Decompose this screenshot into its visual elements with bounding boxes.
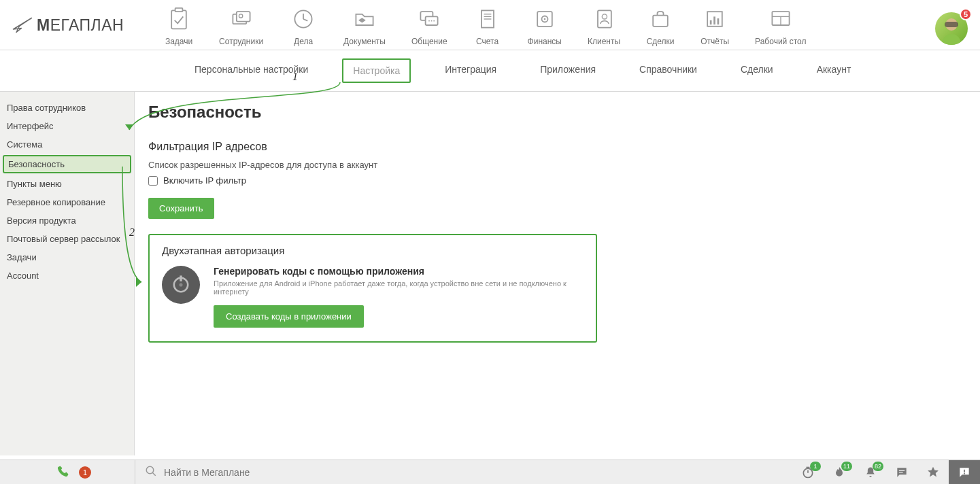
bell-badge: 82 — [873, 462, 883, 471]
ip-filter-row[interactable]: Включить IP фильтр — [148, 175, 964, 186]
svg-rect-4 — [236, 12, 250, 21]
twofa-heading: Генерировать коды с помощью приложения — [214, 266, 584, 277]
nav-finance[interactable]: Финансы — [528, 5, 562, 46]
settings-sidebar: Права сотрудников Интерфейс Система Безо… — [0, 92, 135, 455]
nav-documents[interactable]: Документы — [343, 5, 386, 46]
safe-icon — [530, 5, 559, 33]
star-icon[interactable] — [917, 460, 949, 484]
phone-icon[interactable] — [57, 465, 69, 479]
sidebar-item-version[interactable]: Версия продукта — [0, 211, 134, 230]
nav-deals[interactable]: Сделки — [646, 5, 675, 46]
sidebar-item-menu[interactable]: Пункты меню — [0, 175, 134, 193]
svg-rect-1 — [171, 10, 186, 29]
twofa-desc: Приложение для Android и iPhone работает… — [214, 279, 584, 296]
fire-badge: 11 — [841, 462, 852, 471]
global-search[interactable] — [135, 460, 792, 484]
timer-icon[interactable]: 1 — [792, 460, 824, 484]
bottom-bar: 1 1 11 82 — [0, 460, 980, 484]
nav-tasks[interactable]: Задачи — [165, 5, 193, 46]
nav-label: Документы — [343, 37, 386, 46]
ip-filter-checkbox[interactable] — [148, 176, 158, 186]
nav-label: Дела — [294, 37, 313, 46]
svg-rect-46 — [964, 469, 965, 472]
briefcase-icon — [646, 5, 675, 33]
dashboard-icon — [766, 5, 795, 33]
subnav-directories[interactable]: Справочники — [630, 58, 707, 83]
top-nav: МЕГАПЛАН Задачи Сотрудники Дела Документ… — [0, 0, 980, 50]
sidebar-item-interface[interactable]: Интерфейс — [0, 117, 134, 135]
svg-rect-23 — [653, 16, 668, 27]
logo[interactable]: МЕГАПЛАН — [12, 15, 124, 35]
ip-section-title: Фильтрация IP адресов — [148, 141, 964, 153]
svg-point-22 — [602, 14, 607, 19]
logo-text: МЕГАПЛАН — [37, 16, 124, 35]
nav-label: Сотрудники — [219, 37, 263, 46]
nav-label: Отчёты — [700, 37, 729, 46]
nav-clients[interactable]: Клиенты — [588, 5, 620, 46]
sidebar-item-security[interactable]: Безопасность — [3, 155, 131, 173]
svg-marker-0 — [14, 18, 32, 33]
svg-rect-26 — [713, 16, 715, 24]
sidebar-item-mail[interactable]: Почтовый сервер рассылок — [0, 230, 134, 248]
page-title: Безопасность — [148, 103, 964, 122]
nav-reports[interactable]: Отчёты — [700, 5, 729, 46]
nav-desktop[interactable]: Рабочий стол — [755, 5, 806, 46]
twofa-button[interactable]: Создавать коды в приложении — [214, 305, 364, 328]
svg-rect-47 — [964, 472, 965, 474]
svg-point-11 — [428, 20, 430, 22]
nav-invoices[interactable]: Счета — [473, 5, 502, 46]
authenticator-icon — [162, 266, 200, 304]
logo-icon — [12, 15, 33, 35]
svg-rect-44 — [899, 470, 905, 470]
fire-icon[interactable]: 11 — [824, 460, 855, 484]
nav-chat[interactable]: Общение — [411, 5, 447, 46]
annotation-one: 1 — [292, 71, 298, 83]
svg-line-8 — [303, 19, 307, 21]
phone-badge: 1 — [79, 466, 91, 479]
bar-chart-icon — [700, 5, 729, 33]
subnav-account[interactable]: Аккаунт — [807, 58, 861, 83]
ip-section-desc: Список разрешенных IP-адресов для доступ… — [148, 160, 964, 170]
nav-label: Рабочий стол — [755, 37, 806, 46]
svg-point-13 — [434, 20, 435, 22]
save-button[interactable]: Сохранить — [148, 198, 214, 219]
avatar-badge: 5 — [960, 8, 972, 20]
sub-nav: Персональные настройки Настройка Интегра… — [0, 50, 980, 92]
sidebar-item-permissions[interactable]: Права сотрудников — [0, 99, 134, 117]
subnav-settings[interactable]: Настройка — [342, 58, 411, 83]
subnav-personal[interactable]: Персональные настройки — [185, 58, 318, 83]
message-icon[interactable] — [886, 460, 917, 484]
bell-icon[interactable]: 82 — [855, 460, 886, 484]
receipt-icon — [473, 5, 502, 33]
address-book-icon — [590, 5, 618, 33]
svg-line-40 — [152, 472, 156, 476]
bottom-right-icons: 1 11 82 — [792, 460, 980, 484]
subnav-integration[interactable]: Интеграция — [435, 58, 506, 83]
subnav-deals[interactable]: Сделки — [731, 58, 783, 83]
svg-rect-45 — [899, 472, 903, 472]
feedback-icon[interactable] — [949, 460, 980, 484]
nav-deals-clock[interactable]: Дела — [289, 5, 318, 46]
annotation-two: 2 — [129, 226, 135, 239]
twofa-title: Двухэтапная авторизация — [162, 245, 584, 256]
user-avatar[interactable]: 5 — [935, 12, 968, 45]
subnav-apps[interactable]: Приложения — [530, 58, 605, 83]
search-input[interactable] — [164, 467, 783, 478]
search-icon — [145, 465, 157, 479]
nav-employees[interactable]: Сотрудники — [219, 5, 263, 46]
nav-label: Задачи — [165, 37, 192, 46]
timer-badge: 1 — [810, 462, 821, 471]
svg-rect-2 — [175, 8, 183, 12]
folder-icon — [350, 5, 379, 33]
sidebar-item-tasks[interactable]: Задачи — [0, 248, 134, 266]
body-area: Права сотрудников Интерфейс Система Безо… — [0, 92, 980, 455]
svg-point-20 — [543, 18, 545, 20]
svg-rect-32 — [945, 22, 958, 27]
svg-point-38 — [179, 283, 182, 286]
svg-point-12 — [431, 20, 433, 22]
content-area: Безопасность Фильтрация IP адресов Списо… — [135, 92, 980, 455]
sidebar-item-account[interactable]: Account — [0, 266, 134, 285]
sidebar-item-system[interactable]: Система — [0, 135, 134, 154]
clock-icon — [289, 5, 318, 33]
sidebar-item-backup[interactable]: Резервное копирование — [0, 193, 134, 211]
